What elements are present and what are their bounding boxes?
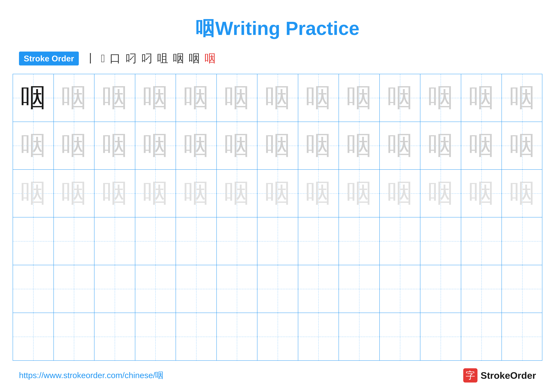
grid-cell-6-8[interactable] bbox=[298, 313, 339, 360]
grid-cell-1-1[interactable]: 咽 bbox=[13, 74, 54, 121]
grid-cell-3-5[interactable]: 咽 bbox=[176, 170, 217, 217]
grid-cell-2-1[interactable]: 咽 bbox=[13, 122, 54, 169]
grid-cell-1-13[interactable]: 咽 bbox=[502, 74, 543, 121]
char-solid: 咽 bbox=[21, 81, 46, 115]
grid-row-3: 咽 咽 咽 咽 咽 咽 咽 咽 咽 咽 咽 咽 咽 bbox=[13, 170, 542, 217]
grid-cell-5-4[interactable] bbox=[135, 265, 176, 313]
grid-cell-2-4[interactable]: 咽 bbox=[135, 122, 176, 169]
grid-cell-4-8[interactable] bbox=[298, 217, 339, 265]
stroke-order-section: Stroke Order 丨 𠃍 口 叼 叼 咀 咽 咽 咽 bbox=[0, 51, 555, 66]
grid-cell-4-1[interactable] bbox=[13, 217, 54, 265]
grid-cell-1-4[interactable]: 咽 bbox=[135, 74, 176, 121]
grid-cell-6-7[interactable] bbox=[257, 313, 298, 360]
grid-cell-3-2[interactable]: 咽 bbox=[54, 170, 95, 217]
grid-cell-6-4[interactable] bbox=[135, 313, 176, 360]
grid-cell-5-7[interactable] bbox=[257, 265, 298, 313]
grid-cell-6-5[interactable] bbox=[176, 313, 217, 360]
grid-cell-5-6[interactable] bbox=[217, 265, 258, 313]
grid-cell-3-12[interactable]: 咽 bbox=[461, 170, 502, 217]
grid-cell-3-11[interactable]: 咽 bbox=[420, 170, 461, 217]
grid-row-4 bbox=[13, 217, 542, 265]
grid-cell-2-12[interactable]: 咽 bbox=[461, 122, 502, 169]
footer: https://www.strokeorder.com/chinese/咽 字 … bbox=[0, 368, 555, 383]
grid-cell-3-1[interactable]: 咽 bbox=[13, 170, 54, 217]
grid-cell-4-2[interactable] bbox=[54, 217, 95, 265]
stroke-step-5: 叼 bbox=[141, 51, 152, 66]
grid-cell-1-11[interactable]: 咽 bbox=[420, 74, 461, 121]
grid-cell-6-3[interactable] bbox=[95, 313, 135, 360]
stroke-order-badge: Stroke Order bbox=[19, 51, 79, 65]
grid-cell-6-2[interactable] bbox=[54, 313, 95, 360]
grid-cell-5-5[interactable] bbox=[176, 265, 217, 313]
grid-cell-1-6[interactable]: 咽 bbox=[217, 74, 258, 121]
grid-cell-2-11[interactable]: 咽 bbox=[420, 122, 461, 169]
grid-cell-6-10[interactable] bbox=[380, 313, 421, 360]
grid-cell-3-4[interactable]: 咽 bbox=[135, 170, 176, 217]
grid-cell-3-7[interactable]: 咽 bbox=[257, 170, 298, 217]
grid-cell-5-13[interactable] bbox=[502, 265, 543, 313]
grid-cell-1-3[interactable]: 咽 bbox=[95, 74, 135, 121]
grid-cell-2-13[interactable]: 咽 bbox=[502, 122, 543, 169]
grid-cell-2-9[interactable]: 咽 bbox=[339, 122, 380, 169]
stroke-step-4: 叼 bbox=[125, 51, 137, 66]
grid-cell-5-12[interactable] bbox=[461, 265, 502, 313]
grid-cell-2-6[interactable]: 咽 bbox=[217, 122, 258, 169]
grid-cell-5-2[interactable] bbox=[54, 265, 95, 313]
grid-cell-4-6[interactable] bbox=[217, 217, 258, 265]
grid-cell-6-12[interactable] bbox=[461, 313, 502, 360]
grid-cell-4-4[interactable] bbox=[135, 217, 176, 265]
grid-cell-1-2[interactable]: 咽 bbox=[54, 74, 95, 121]
grid-cell-3-3[interactable]: 咽 bbox=[95, 170, 135, 217]
footer-logo: 字 StrokeOrder bbox=[463, 368, 536, 383]
stroke-sequence: 丨 𠃍 口 叼 叼 咀 咽 咽 咽 bbox=[85, 51, 216, 66]
grid-cell-2-5[interactable]: 咽 bbox=[176, 122, 217, 169]
stroke-step-9: 咽 bbox=[204, 51, 216, 66]
grid-cell-2-7[interactable]: 咽 bbox=[257, 122, 298, 169]
grid-cell-4-5[interactable] bbox=[176, 217, 217, 265]
grid-cell-5-1[interactable] bbox=[13, 265, 54, 313]
grid-cell-5-9[interactable] bbox=[339, 265, 380, 313]
grid-cell-1-7[interactable]: 咽 bbox=[257, 74, 298, 121]
stroke-step-7: 咽 bbox=[173, 51, 184, 66]
grid-cell-1-9[interactable]: 咽 bbox=[339, 74, 380, 121]
grid-cell-4-7[interactable] bbox=[257, 217, 298, 265]
grid-cell-5-8[interactable] bbox=[298, 265, 339, 313]
grid-row-6 bbox=[13, 313, 542, 360]
grid-cell-2-8[interactable]: 咽 bbox=[298, 122, 339, 169]
grid-cell-1-8[interactable]: 咽 bbox=[298, 74, 339, 121]
grid-cell-6-1[interactable] bbox=[13, 313, 54, 360]
stroke-step-6: 咀 bbox=[157, 51, 168, 66]
grid-cell-6-11[interactable] bbox=[420, 313, 461, 360]
grid-cell-1-5[interactable]: 咽 bbox=[176, 74, 217, 121]
stroke-step-1: 丨 bbox=[85, 51, 96, 66]
grid-cell-3-8[interactable]: 咽 bbox=[298, 170, 339, 217]
grid-cell-3-6[interactable]: 咽 bbox=[217, 170, 258, 217]
title-char: 咽 bbox=[196, 18, 215, 39]
grid-cell-4-3[interactable] bbox=[95, 217, 135, 265]
logo-icon: 字 bbox=[463, 368, 477, 383]
grid-cell-4-11[interactable] bbox=[420, 217, 461, 265]
grid-cell-2-2[interactable]: 咽 bbox=[54, 122, 95, 169]
grid-cell-5-11[interactable] bbox=[420, 265, 461, 313]
grid-cell-1-10[interactable]: 咽 bbox=[380, 74, 421, 121]
grid-cell-3-13[interactable]: 咽 bbox=[502, 170, 543, 217]
grid-cell-2-10[interactable]: 咽 bbox=[380, 122, 421, 169]
grid-cell-6-9[interactable] bbox=[339, 313, 380, 360]
grid-cell-4-9[interactable] bbox=[339, 217, 380, 265]
grid-cell-6-6[interactable] bbox=[217, 313, 258, 360]
grid-cell-3-10[interactable]: 咽 bbox=[380, 170, 421, 217]
grid-cell-1-12[interactable]: 咽 bbox=[461, 74, 502, 121]
title-text: Writing Practice bbox=[215, 18, 359, 39]
grid-row-2: 咽 咽 咽 咽 咽 咽 咽 咽 咽 咽 咽 咽 咽 bbox=[13, 122, 542, 170]
footer-url[interactable]: https://www.strokeorder.com/chinese/咽 bbox=[19, 370, 163, 381]
grid-cell-4-12[interactable] bbox=[461, 217, 502, 265]
stroke-step-2: 𠃍 bbox=[101, 52, 105, 65]
grid-cell-4-13[interactable] bbox=[502, 217, 543, 265]
grid-cell-5-10[interactable] bbox=[380, 265, 421, 313]
grid-cell-5-3[interactable] bbox=[95, 265, 135, 313]
grid-cell-6-13[interactable] bbox=[502, 313, 543, 360]
stroke-step-3: 口 bbox=[110, 51, 121, 66]
grid-cell-2-3[interactable]: 咽 bbox=[95, 122, 135, 169]
grid-cell-3-9[interactable]: 咽 bbox=[339, 170, 380, 217]
grid-cell-4-10[interactable] bbox=[380, 217, 421, 265]
